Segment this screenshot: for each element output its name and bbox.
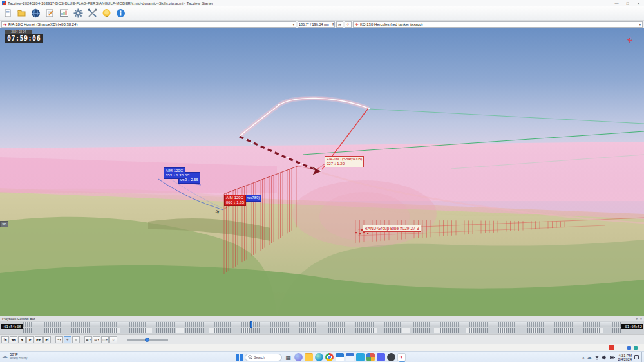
ground-group-label[interactable]: RAND Group Blue #029-27-3 (363, 225, 421, 232)
object-selection-bar: ✈ F/A-18C Hornet (SharpeXB) (+00:38:24) … (0, 21, 644, 28)
track-object-button[interactable]: ✈ (345, 21, 352, 28)
sam-dome (292, 180, 437, 247)
close-panel-icon[interactable]: × (640, 317, 642, 321)
status-strip (0, 344, 644, 351)
orbit-view-button[interactable]: ◎ (72, 336, 80, 343)
task-view-icon[interactable]: ▦ (284, 353, 292, 361)
missile-label-aim120-b1[interactable]: AIM-120C 053 ↓ 1.35 (164, 167, 185, 179)
tacview-icon[interactable]: ✈ (397, 353, 406, 361)
main-toolbar (0, 6, 644, 21)
playback-bar-title-text: Playback Control Bar (2, 317, 35, 321)
chevron-down-icon: ▾ (639, 23, 641, 26)
windows-dropdown[interactable]: ◫▾ (101, 336, 109, 343)
3d-scene[interactable]: ✈ ✈ (0, 28, 644, 316)
weather-widget[interactable]: ☁ 58°F Mostly cloudy (2, 352, 27, 360)
file-explorer-icon[interactable] (305, 353, 313, 361)
fast-forward-button[interactable]: ▶▶ (35, 336, 43, 343)
taskbar-search[interactable]: Search (245, 354, 282, 361)
swap-objects-button[interactable]: ⇄ (336, 21, 343, 28)
smoothing-dropdown[interactable]: ~▾ (55, 336, 63, 343)
store-icon[interactable] (356, 353, 365, 361)
sim-date: 2024-02-04 (5, 30, 32, 34)
world-view-icon[interactable] (30, 8, 41, 19)
secondary-object-label: KC-130 Hercules (red tanker texaco) (360, 23, 423, 26)
close-button[interactable]: × (633, 0, 644, 6)
missile-label-aim120-r[interactable]: AIM-120C 060 ↓ 1.65 (224, 195, 246, 206)
recording-alert-icon[interactable] (609, 345, 614, 350)
red-aircraft-icon: ✈ (355, 23, 359, 27)
step-back-button[interactable]: ◀ (18, 336, 26, 343)
onedrive-icon[interactable]: ☁ (587, 355, 592, 360)
play-button[interactable]: ▶ (26, 336, 34, 343)
maximize-button[interactable]: □ (622, 0, 633, 6)
jump-start-button[interactable]: |◀ (1, 336, 9, 343)
photos-icon[interactable] (366, 353, 375, 361)
view-mode-badge[interactable]: 3D (0, 221, 8, 227)
wifi-icon[interactable] (594, 355, 600, 360)
volume-icon[interactable] (602, 355, 607, 360)
jump-end-button[interactable]: ▶| (43, 336, 51, 343)
battery-icon[interactable] (610, 355, 616, 360)
playback-bar-title[interactable]: Playback Control Bar ▾ × (0, 316, 644, 321)
bearing-range-value: 186.7° / 196.34 nm (299, 23, 329, 26)
partial-object-label[interactable]: rus789) (245, 195, 261, 202)
edge-icon[interactable] (315, 353, 323, 361)
slider-knob[interactable] (145, 338, 149, 342)
camera-mode-button[interactable]: ✈ (64, 336, 71, 343)
primary-object-dropdown[interactable]: ✈ F/A-18C Hornet (SharpeXB) (+00:38:24) … (1, 21, 296, 28)
notification-icon[interactable] (627, 346, 631, 350)
selected-aircraft-label[interactable]: F/A-18C (SharpeXB) 027 ↓ 1.20 (325, 156, 364, 167)
grid-options-dropdown[interactable]: ▦▾ (84, 336, 92, 343)
remaining-time: -01:04:52 (621, 324, 643, 329)
obs-icon[interactable] (387, 353, 395, 361)
start-button[interactable] (236, 354, 243, 361)
open-file-icon[interactable] (16, 8, 27, 19)
playback-speed-slider[interactable] (127, 336, 168, 343)
layers-dropdown[interactable]: ▤▾ (93, 336, 100, 343)
favorites-button[interactable]: ☆ (109, 336, 117, 343)
copilot-icon[interactable] (294, 353, 303, 361)
minimize-button[interactable]: — (611, 0, 622, 6)
advanced-tools-icon[interactable] (87, 8, 98, 19)
notification-icon[interactable] (634, 346, 638, 350)
search-icon (248, 355, 252, 359)
separator (82, 336, 82, 343)
search-label: Search (254, 356, 265, 359)
windows-taskbar: ☁ 58°F Mostly cloudy Search ▦ ✈ (0, 351, 644, 362)
mail-icon[interactable] (336, 353, 344, 361)
show-desktop-button[interactable] (641, 352, 643, 362)
compass-aircraft-icon: ✈ (626, 35, 633, 44)
primary-object-label: F/A-18C Hornet (SharpeXB) (+00:38:24) (8, 23, 78, 26)
charts-icon[interactable] (59, 8, 70, 19)
fast-rewind-button[interactable]: ◀◀ (10, 336, 17, 343)
timeline[interactable]: +01:54:06 -01:04:52 (0, 321, 644, 334)
settings-gear-icon[interactable] (73, 8, 84, 19)
tips-bulb-icon[interactable] (101, 8, 112, 19)
tacview-window: Tacview-20240204-163917-DCS-BLUE-FLAG-PE… (0, 0, 644, 362)
secondary-object-dropdown[interactable]: ✈ KC-130 Hercules (red tanker texaco) ▾ (353, 21, 643, 28)
tray-overflow-chevron[interactable]: ∧ (582, 356, 585, 359)
dock-panel-icon[interactable]: ▾ (636, 317, 638, 321)
timeline-track-lower[interactable] (23, 328, 621, 333)
red-aircraft-icon: ✈ (3, 23, 7, 27)
calendar-icon[interactable] (346, 353, 354, 361)
3d-viewport[interactable]: ✈ ✈ 2024-02-04 07:59:06 3D 120C 063 ↓ 2.… (0, 28, 644, 316)
window-title: Tacview-20240204-163917-DCS-BLUE-FLAG-PE… (8, 1, 611, 5)
cloud-icon: ☁ (2, 353, 8, 359)
action-center-icon[interactable] (634, 355, 639, 359)
timeline-scrubber[interactable] (250, 321, 252, 328)
timeline-track-upper[interactable] (23, 322, 621, 327)
elapsed-time: +01:54:06 (1, 324, 23, 329)
transport-controls: |◀ ◀◀ ◀ ▶ ▶▶ ▶| ~▾ ✈ ◎ ▦▾ ▤▾ ◫▾ ☆ (0, 334, 644, 344)
bearing-range-field[interactable]: 186.7° / 196.34 nm ▴▾ (298, 21, 335, 28)
weather-temp: 58°F (10, 352, 27, 357)
chevron-down-icon: ▾ (293, 23, 294, 26)
telemetry-notes-icon[interactable] (44, 8, 55, 19)
tray-clock[interactable]: 4:31 PM 2/4/2024 (618, 354, 632, 361)
tray-time: 4:31 PM (618, 354, 632, 357)
range-spinner[interactable]: ▴▾ (332, 23, 334, 27)
about-info-icon[interactable] (115, 8, 126, 19)
chrome-icon[interactable] (325, 353, 334, 361)
new-file-icon[interactable] (2, 8, 13, 19)
discord-icon[interactable] (377, 353, 385, 361)
